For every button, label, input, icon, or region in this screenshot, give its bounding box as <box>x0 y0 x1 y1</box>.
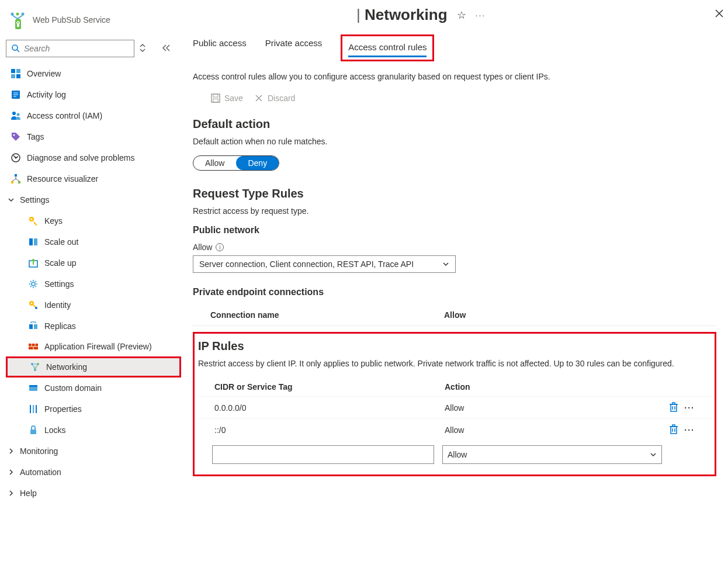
svg-rect-22 <box>18 181 20 183</box>
nav-group-automation[interactable]: Automation <box>6 462 181 483</box>
toggle-allow[interactable]: Allow <box>193 156 236 170</box>
collapse-sidebar-icon[interactable] <box>161 44 171 54</box>
nav-tags[interactable]: Tags <box>6 126 181 147</box>
ip-rules-desc: Restrict access by client IP. It only ap… <box>198 359 711 368</box>
main-content: | Networking ☆ ··· Public access Private… <box>181 0 728 510</box>
acr-description: Access control rules allow you to config… <box>193 72 716 81</box>
svg-rect-44 <box>30 405 31 413</box>
allow-connections-dropdown[interactable]: Server connection, Client connection, RE… <box>193 255 456 273</box>
svg-rect-48 <box>212 94 220 102</box>
toggle-deny[interactable]: Deny <box>236 156 279 170</box>
nav-access-control[interactable]: Access control (IAM) <box>6 105 181 126</box>
nav-overview[interactable]: Overview <box>6 63 181 84</box>
nav-identity[interactable]: Identity <box>6 295 181 316</box>
nav-scale-out[interactable]: Scale out <box>6 231 181 252</box>
custom-domain-icon <box>28 383 39 393</box>
nav-diagnose[interactable]: Diagnose and solve problems <box>6 147 181 168</box>
nav-replicas[interactable]: Replicas <box>6 316 181 337</box>
svg-rect-52 <box>671 427 677 434</box>
nav-resource-visualizer[interactable]: Resource visualizer <box>6 168 181 189</box>
more-icon[interactable]: ··· <box>476 11 486 20</box>
firewall-icon <box>28 341 39 352</box>
nav-locks[interactable]: Locks <box>6 420 181 441</box>
discard-icon <box>254 93 264 103</box>
ip-rule-row: 0.0.0.0/0 Allow ··· <box>198 396 711 418</box>
default-action-toggle[interactable]: Allow Deny <box>193 155 279 171</box>
nav-networking[interactable]: Networking <box>6 356 181 377</box>
replicas-icon <box>28 321 39 331</box>
ip-action-value: Allow <box>445 403 664 413</box>
new-action-select[interactable]: Allow <box>442 445 662 464</box>
chevron-down-icon <box>442 261 449 268</box>
chevron-right-icon <box>7 489 15 497</box>
ip-action-value: Allow <box>445 425 664 435</box>
tab-access-control-rules[interactable]: Access control rules <box>348 39 427 57</box>
ip-rules-section: IP Rules Restrict access by client IP. I… <box>193 332 716 476</box>
more-rule-icon[interactable]: ··· <box>684 403 695 413</box>
more-rule-icon[interactable]: ··· <box>684 425 695 435</box>
nav-group-help[interactable]: Help <box>6 483 181 504</box>
identity-icon <box>28 300 39 310</box>
tabs: Public access Private access Access cont… <box>193 34 716 61</box>
search-input[interactable] <box>24 44 129 53</box>
scale-up-icon <box>28 258 39 268</box>
tab-public-access[interactable]: Public access <box>193 34 247 61</box>
page-title: | Networking <box>356 6 448 24</box>
svg-rect-21 <box>11 181 13 183</box>
nav-group-settings[interactable]: Settings <box>6 189 181 210</box>
chevron-down-icon <box>650 451 657 458</box>
svg-rect-8 <box>16 69 20 73</box>
delete-rule-icon[interactable] <box>669 401 678 414</box>
svg-point-0 <box>11 13 14 16</box>
svg-rect-20 <box>15 174 17 176</box>
public-network-title: Public network <box>193 225 716 235</box>
diagnose-icon <box>11 153 21 163</box>
svg-line-6 <box>17 50 19 52</box>
nav-scale-up[interactable]: Scale up <box>6 252 181 273</box>
discard-button[interactable]: Discard <box>254 93 295 103</box>
nav-custom-domain[interactable]: Custom domain <box>6 377 181 399</box>
visualizer-icon <box>11 174 21 184</box>
svg-rect-47 <box>30 429 36 434</box>
svg-point-5 <box>12 45 18 50</box>
svg-rect-46 <box>36 405 37 413</box>
ip-rules-header: CIDR or Service Tag Action <box>198 377 711 396</box>
svg-rect-33 <box>34 324 37 329</box>
delete-rule-icon[interactable] <box>669 424 678 436</box>
tags-icon <box>11 131 21 142</box>
request-rules-title: Request Type Rules <box>193 187 716 200</box>
nav-properties[interactable]: Properties <box>6 399 181 420</box>
chevron-down-icon <box>7 196 15 204</box>
request-rules-desc: Restrict access by request type. <box>193 206 716 216</box>
save-button[interactable]: Save <box>210 93 243 103</box>
expand-collapse-toggle[interactable] <box>139 44 146 54</box>
nav-application-firewall[interactable]: Application Firewall (Preview) <box>6 337 181 356</box>
tab-private-access[interactable]: Private access <box>265 34 323 61</box>
chevron-right-icon <box>7 468 15 476</box>
service-header: Web PubSub Service <box>6 6 181 40</box>
locks-icon <box>28 425 39 435</box>
ip-cidr-value: ::/0 <box>214 425 445 435</box>
pe-table-header: Connection name Allow <box>193 304 716 326</box>
search-box[interactable] <box>6 40 134 57</box>
iam-icon <box>11 110 21 121</box>
nav-menu: Overview Activity log Access control (IA… <box>6 63 181 504</box>
svg-point-16 <box>17 113 20 116</box>
info-icon[interactable]: i <box>216 243 224 251</box>
nav-activity-log[interactable]: Activity log <box>6 84 181 105</box>
nav-settings[interactable]: Settings <box>6 273 181 295</box>
new-cidr-input[interactable] <box>212 445 434 464</box>
sidebar: Web PubSub Service Overview Activity log <box>0 0 181 510</box>
default-action-title: Default action <box>193 117 716 131</box>
svg-point-1 <box>16 13 19 16</box>
scale-out-icon <box>28 237 39 247</box>
allow-label: Allow i <box>193 243 716 252</box>
favorite-star-icon[interactable]: ☆ <box>457 9 466 22</box>
overview-icon <box>11 68 21 79</box>
default-action-desc: Default action when no rule matches. <box>193 137 716 146</box>
nav-group-monitoring[interactable]: Monitoring <box>6 441 181 462</box>
nav-keys[interactable]: Keys <box>6 210 181 231</box>
service-icon <box>8 11 27 29</box>
private-endpoint-title: Private endpoint connections <box>193 287 716 297</box>
close-icon[interactable] <box>714 8 724 20</box>
